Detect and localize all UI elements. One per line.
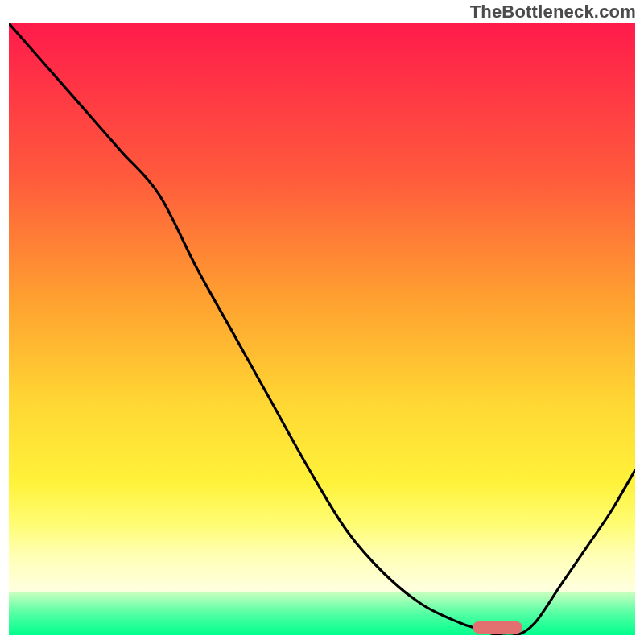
- watermark-source: TheBottleneck.com: [470, 2, 636, 23]
- optimal-range-marker: [473, 621, 522, 634]
- bottleneck-curve-svg: [9, 23, 635, 635]
- bottleneck-chart: [9, 23, 635, 635]
- bottleneck-curve: [9, 23, 635, 635]
